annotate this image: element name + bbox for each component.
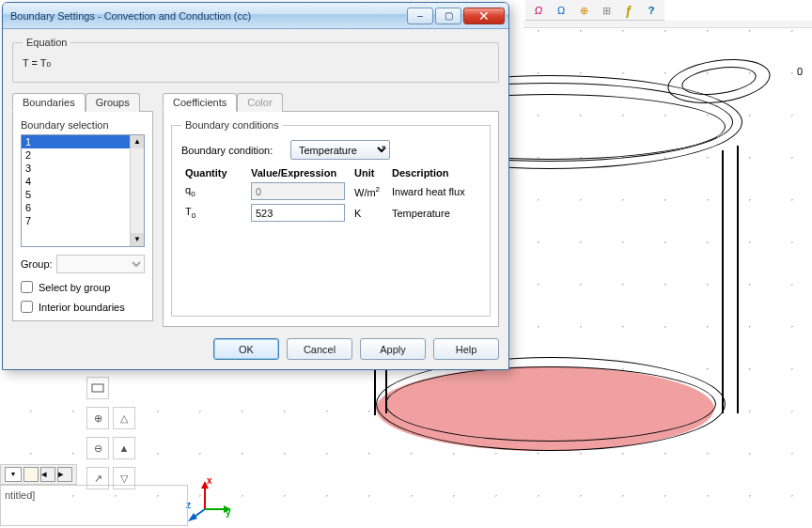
listbox-scrollbar[interactable]: ▲ ▼ (130, 135, 144, 246)
list-item[interactable]: 1 (22, 135, 144, 148)
dialog-title: Boundary Settings - Convection and Condu… (10, 10, 251, 22)
table-row: q0 W/m2 Inward heat flux (181, 180, 480, 202)
tab-color[interactable]: Color (237, 93, 282, 112)
left-tab-container: Boundaries Groups Boundary selection 1 2… (12, 92, 153, 321)
title-bar[interactable]: Boundary Settings - Convection and Condu… (3, 3, 508, 29)
desc-cell: Temperature (388, 202, 480, 224)
axis-x-label: x (207, 475, 212, 486)
q0-value-input[interactable] (251, 182, 345, 200)
next-button[interactable]: ▸ (57, 467, 72, 482)
doc-title: ntitled] (5, 489, 35, 501)
equation-legend: Equation (23, 37, 70, 48)
quantity-cell: q0 (181, 180, 247, 202)
bottom-toolbar: ▾ ◂ ▸ (0, 464, 77, 485)
equation-text: T = T0 (23, 57, 489, 69)
toolbar-icon-grid[interactable]: ⊞ (597, 2, 616, 19)
toolbar-icon-sun[interactable]: ⊕ (574, 2, 593, 19)
group-label: Group: (21, 258, 53, 270)
axis-zero-label: 0 (797, 66, 803, 77)
quantity-cell: T0 (181, 202, 247, 224)
left-toolbar: ⊕ △ ⊖ ▲ ↗ ▽ (86, 376, 154, 496)
status-bar: ntitled] (0, 485, 188, 526)
pot-bottom-inner (385, 366, 716, 442)
tool-zoom-out[interactable]: ⊖ (86, 437, 109, 459)
cancel-button[interactable]: Cancel (287, 338, 352, 360)
list-item[interactable]: 5 (22, 188, 144, 201)
toolbar-icon-omega2[interactable]: Ω (552, 2, 570, 19)
svg-marker-5 (188, 513, 197, 521)
minimize-button[interactable]: – (407, 8, 433, 24)
dialog-button-row: OK Cancel Apply Help (12, 338, 499, 360)
bc-condition-select[interactable]: Temperature (290, 140, 390, 160)
equation-group: Equation T = T0 (12, 37, 499, 83)
prev-button[interactable]: ◂ (40, 467, 55, 482)
col-quantity: Quantity (181, 165, 247, 180)
list-item[interactable]: 4 (22, 175, 144, 188)
tool-triangle1[interactable]: △ (113, 407, 135, 429)
boundary-selection-label: Boundary selection (21, 119, 145, 131)
tab-groups[interactable]: Groups (86, 93, 140, 112)
list-item[interactable]: 3 (22, 162, 144, 175)
tool-triangle2[interactable]: ▲ (113, 437, 135, 459)
col-unit: Unit (351, 165, 388, 180)
toolbar-icon-help[interactable]: ? (642, 2, 661, 19)
list-item[interactable]: 7 (22, 214, 144, 227)
tool-zoom-in[interactable]: ⊕ (86, 407, 109, 429)
close-button[interactable]: ✕ (463, 8, 505, 24)
maximize-button[interactable]: ▢ (435, 8, 461, 24)
right-tab-container: Coefficients Color Boundary conditions B… (163, 92, 499, 327)
col-value: Value/Expression (247, 165, 351, 180)
help-button[interactable]: Help (433, 338, 499, 360)
tool-rect[interactable] (86, 377, 109, 399)
axis-triad: x y z (188, 479, 235, 526)
t0-value-input[interactable] (251, 204, 345, 222)
axis-y-label: y (226, 507, 231, 518)
bc-condition-label: Boundary condition: (181, 145, 285, 156)
apply-button[interactable]: Apply (360, 338, 426, 360)
select-by-group-checkbox[interactable]: Select by group (21, 281, 145, 293)
pot-side-right2 (722, 150, 724, 413)
list-item[interactable]: 6 (22, 201, 144, 214)
bc-grid: Quantity Value/Expression Unit Descripti… (181, 165, 480, 224)
toolbar-spacer (523, 21, 812, 28)
pot-side-right (737, 146, 739, 413)
toolbar-icon-fx[interactable]: ƒ (619, 2, 638, 19)
boundary-conditions-group: Boundary conditions Boundary condition: … (171, 119, 491, 317)
dropdown-toggle[interactable]: ▾ (5, 467, 22, 482)
tab-coefficients[interactable]: Coefficients (163, 93, 237, 112)
toolbar-icon-omega1[interactable]: Ω (529, 2, 548, 19)
boundary-settings-dialog: Boundary Settings - Convection and Condu… (2, 2, 509, 370)
svg-rect-6 (92, 384, 103, 392)
desc-cell: Inward heat flux (388, 180, 480, 202)
interior-boundaries-input[interactable] (21, 301, 33, 313)
unit-cell: W/m2 (351, 180, 388, 202)
group-select[interactable] (56, 255, 145, 273)
boundary-listbox[interactable]: 1 2 3 4 5 6 7 ▲ ▼ (21, 134, 145, 247)
ok-button[interactable]: OK (213, 338, 279, 360)
scroll-down-icon[interactable]: ▼ (131, 233, 144, 246)
col-desc: Description (388, 165, 480, 180)
top-toolbar: Ω Ω ⊕ ⊞ ƒ ? (525, 0, 664, 21)
tab-boundaries[interactable]: Boundaries (12, 93, 86, 112)
unit-cell: K (351, 202, 388, 224)
bc-legend: Boundary conditions (181, 119, 283, 131)
scroll-up-icon[interactable]: ▲ (131, 135, 144, 148)
select-by-group-input[interactable] (21, 281, 33, 293)
status-swatch[interactable] (23, 467, 39, 482)
interior-boundaries-checkbox[interactable]: Interior boundaries (21, 301, 145, 313)
table-row: T0 K Temperature (181, 202, 480, 224)
list-item[interactable]: 2 (22, 148, 144, 162)
